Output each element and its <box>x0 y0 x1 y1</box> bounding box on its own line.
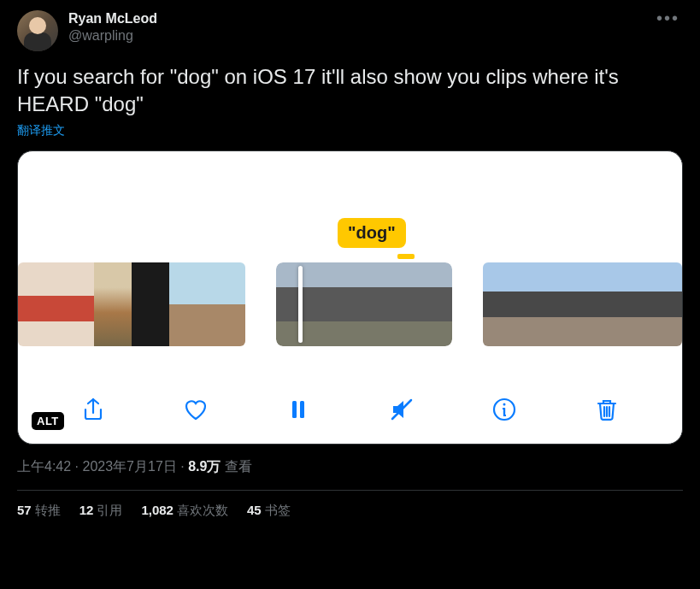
tweet-container: Ryan McLeod @warpling ••• If you search … <box>0 0 700 519</box>
share-icon[interactable] <box>74 391 112 428</box>
svg-point-4 <box>503 403 505 406</box>
avatar[interactable] <box>17 10 58 51</box>
svg-rect-1 <box>300 401 304 418</box>
tweet-time[interactable]: 上午4:42 <box>17 459 71 474</box>
mute-icon[interactable] <box>383 391 421 428</box>
media-card[interactable]: "dog" <box>17 150 683 445</box>
display-name: Ryan McLeod <box>68 10 643 27</box>
clip-thumbnail[interactable] <box>18 262 245 346</box>
trash-icon[interactable] <box>588 391 626 428</box>
quotes-stat[interactable]: 12引用 <box>79 503 123 519</box>
more-icon[interactable]: ••• <box>653 10 683 26</box>
bookmarks-stat[interactable]: 45书签 <box>247 503 291 519</box>
video-filmstrip[interactable] <box>18 262 682 346</box>
likes-stat[interactable]: 1,082喜欢次数 <box>141 503 228 519</box>
author-block[interactable]: Ryan McLeod @warpling <box>68 10 643 44</box>
views-count: 8.9万 <box>188 459 221 474</box>
playhead-bar[interactable] <box>298 266 303 343</box>
clip-thumbnail[interactable] <box>483 262 682 346</box>
tweet-meta: 上午4:42 · 2023年7月17日 · 8.9万 查看 <box>17 458 683 476</box>
tweet-stats: 57转推 12引用 1,082喜欢次数 45书签 <box>17 503 683 519</box>
tweet-date[interactable]: 2023年7月17日 <box>82 459 176 474</box>
info-icon[interactable] <box>485 391 523 428</box>
handle: @warpling <box>68 27 643 44</box>
heart-icon[interactable] <box>177 391 215 428</box>
tweet-text: If you search for "dog" on iOS 17 it'll … <box>17 63 683 118</box>
playhead-marker <box>397 254 415 259</box>
pause-icon[interactable] <box>279 391 317 428</box>
retweets-stat[interactable]: 57转推 <box>17 503 61 519</box>
translate-link[interactable]: 翻译推文 <box>17 123 683 138</box>
alt-badge[interactable]: ALT <box>32 412 64 430</box>
divider <box>17 490 683 491</box>
views-label: 查看 <box>221 459 251 474</box>
media-toolbar <box>18 391 682 428</box>
svg-rect-0 <box>292 401 297 418</box>
tweet-header: Ryan McLeod @warpling ••• <box>17 10 683 51</box>
search-token-tag: "dog" <box>338 218 406 248</box>
